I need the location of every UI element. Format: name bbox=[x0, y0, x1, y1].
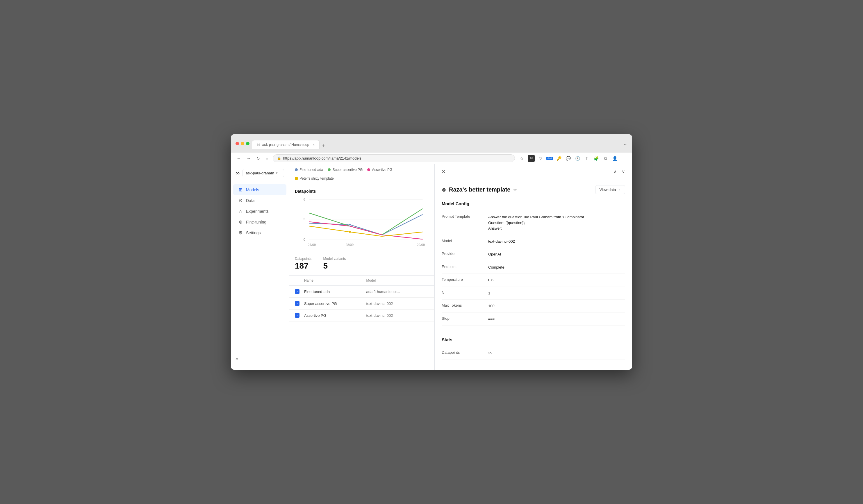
close-button[interactable] bbox=[236, 142, 239, 145]
browser-tab[interactable]: 𝕄 ask-paul-graham / Humanloop × bbox=[252, 140, 320, 149]
window-menu-button[interactable]: ⌄ bbox=[616, 140, 627, 147]
home-button[interactable]: ⌂ bbox=[265, 155, 269, 162]
sidebar-item-settings[interactable]: ⚙ Settings bbox=[233, 227, 286, 238]
menu-button[interactable]: ⋮ bbox=[621, 155, 627, 162]
sidebar: ∞ ask-paul-graham ▾ ⊞ Models ⊙ Data △ Ex… bbox=[231, 164, 289, 370]
config-label: Stop bbox=[442, 316, 488, 322]
stat-variants-label: Model variants bbox=[323, 257, 346, 261]
models-table: Name Model ✓ Fine-tuned-ada ada:ft-human… bbox=[289, 276, 434, 370]
row-name-0: Fine-tuned-ada bbox=[304, 290, 366, 294]
legend-label: Super assertive PG bbox=[332, 168, 363, 172]
tab-close-button[interactable]: × bbox=[313, 143, 314, 147]
sidebar-item-label: Data bbox=[246, 198, 255, 203]
sidebar-item-models[interactable]: ⊞ Models bbox=[233, 184, 286, 195]
tab-title: ask-paul-graham / Humanloop bbox=[262, 143, 309, 147]
config-row-endpoint: Endpoint Complete bbox=[442, 261, 625, 274]
config-value-n: 1 bbox=[488, 290, 625, 296]
row-checkbox-0[interactable]: ✓ bbox=[295, 289, 300, 294]
sidebar-item-label: Models bbox=[246, 188, 259, 192]
config-row-model: Model text-davinci-002 bbox=[442, 235, 625, 248]
data-icon: ⊙ bbox=[238, 198, 243, 203]
row-checkbox-2[interactable]: ✓ bbox=[295, 313, 300, 318]
profile-button[interactable]: 👤 bbox=[611, 155, 618, 162]
extension-clock[interactable]: 🕐 bbox=[574, 155, 581, 162]
extension-discord[interactable]: 💬 bbox=[565, 155, 572, 162]
settings-icon: ⚙ bbox=[238, 230, 243, 236]
row-checkbox-1[interactable]: ✓ bbox=[295, 301, 300, 306]
svg-text:27/09: 27/09 bbox=[308, 243, 316, 247]
panel-next-button[interactable]: ∨ bbox=[621, 168, 626, 176]
table-row[interactable]: ✓ Fine-tuned-ada ada:ft-humanloop:... bbox=[289, 286, 434, 298]
split-view-button[interactable]: ⧉ bbox=[602, 155, 609, 162]
minimize-button[interactable] bbox=[241, 142, 244, 145]
chart-section: Fine-tuned-ada Super assertive PG Assert… bbox=[289, 164, 434, 370]
detail-title-left: ⊗ Raza's better template ✏ bbox=[442, 186, 517, 193]
stats-row-datapoints: Datapoints 29 bbox=[442, 347, 625, 360]
panel-close-button[interactable]: ✕ bbox=[440, 168, 447, 176]
logo-area: ∞ ask-paul-graham ▾ bbox=[231, 169, 289, 182]
table-row[interactable]: ✓ Super assertive PG text-davinci-002 bbox=[289, 298, 434, 310]
row-name-1: Super assertive PG bbox=[304, 301, 366, 306]
stat-variants-value: 5 bbox=[323, 261, 346, 270]
extensions-button[interactable]: 🧩 bbox=[592, 155, 600, 162]
maximize-button[interactable] bbox=[246, 142, 249, 145]
edit-title-button[interactable]: ✏ bbox=[513, 188, 517, 192]
row-model-2: text-davinci-002 bbox=[366, 313, 429, 318]
table-row[interactable]: ✓ Assertive PG text-davinci-002 bbox=[289, 310, 434, 322]
sidebar-collapse-button[interactable]: « bbox=[231, 353, 289, 365]
detail-title: Raza's better template bbox=[449, 186, 511, 193]
extension-bitwarden[interactable]: 🔑 bbox=[555, 155, 562, 162]
legend-item-super-assertive: Super assertive PG bbox=[328, 168, 363, 172]
row-model-0: ada:ft-humanloop:... bbox=[366, 290, 429, 294]
sidebar-item-experiments[interactable]: △ Experiments bbox=[233, 206, 286, 216]
forward-button[interactable]: → bbox=[246, 155, 252, 162]
detail-title-section: ⊗ Raza's better template ✏ View data → bbox=[435, 179, 632, 199]
extension-badge: 646 bbox=[546, 157, 553, 160]
address-bar[interactable]: 🔒 https://app.humanloop.com/llama/2141/m… bbox=[273, 154, 515, 162]
experiments-icon: △ bbox=[238, 209, 243, 214]
models-icon: ⊞ bbox=[238, 187, 243, 192]
config-row-provider: Provider OpenAI bbox=[442, 248, 625, 261]
sidebar-item-fine-tuning[interactable]: ⊗ Fine-tuning bbox=[233, 216, 286, 227]
svg-point-6 bbox=[349, 224, 351, 226]
config-value-temperature: 0.6 bbox=[488, 277, 625, 283]
view-data-button[interactable]: View data → bbox=[595, 185, 625, 194]
config-label: Max Tokens bbox=[442, 303, 488, 309]
org-selector[interactable]: ask-paul-graham ▾ bbox=[242, 169, 284, 177]
extension-translate[interactable]: T bbox=[583, 155, 590, 162]
chart-title: Datapoints bbox=[295, 189, 428, 193]
bookmark-button[interactable]: ☆ bbox=[518, 155, 525, 162]
config-label: Provider bbox=[442, 251, 488, 257]
legend-label: Peter's shitty template bbox=[300, 176, 334, 180]
view-data-label: View data → bbox=[600, 188, 621, 192]
stats-row: Datapoints 187 Model variants 5 bbox=[289, 252, 434, 276]
stat-variants: Model variants 5 bbox=[323, 257, 346, 270]
config-label: Datapoints bbox=[442, 350, 488, 356]
config-row-prompt: Prompt Template Answer the question like… bbox=[442, 211, 625, 235]
panel-prev-button[interactable]: ∧ bbox=[612, 168, 618, 176]
col-check-header bbox=[295, 278, 304, 282]
model-icon: ⊗ bbox=[442, 187, 446, 193]
config-value-datapoints: 29 bbox=[488, 350, 625, 356]
new-tab-button[interactable]: + bbox=[320, 143, 327, 149]
row-model-1: text-davinci-002 bbox=[366, 301, 429, 306]
table-header: Name Model bbox=[289, 276, 434, 286]
config-label: Endpoint bbox=[442, 265, 488, 270]
back-button[interactable]: ← bbox=[236, 155, 242, 162]
extension-humanloop[interactable]: 𝕄 bbox=[528, 155, 535, 162]
sidebar-item-data[interactable]: ⊙ Data bbox=[233, 195, 286, 206]
svg-text:0: 0 bbox=[303, 238, 305, 241]
legend-item-assertive: Assertive PG bbox=[367, 168, 392, 172]
config-value-model: text-davinci-002 bbox=[488, 239, 625, 244]
refresh-button[interactable]: ↻ bbox=[255, 155, 261, 162]
config-value-stop: ### bbox=[488, 316, 625, 322]
row-name-2: Assertive PG bbox=[304, 313, 366, 318]
url-text: https://app.humanloop.com/llama/2141/mod… bbox=[283, 156, 361, 161]
legend-dot bbox=[295, 177, 298, 180]
legend-dot bbox=[367, 168, 370, 171]
config-label: N bbox=[442, 290, 488, 296]
sidebar-item-label: Settings bbox=[246, 230, 261, 235]
config-label: Model bbox=[442, 239, 488, 244]
extension-adblock[interactable]: 🛡 bbox=[537, 155, 544, 162]
svg-text:3: 3 bbox=[303, 217, 305, 221]
